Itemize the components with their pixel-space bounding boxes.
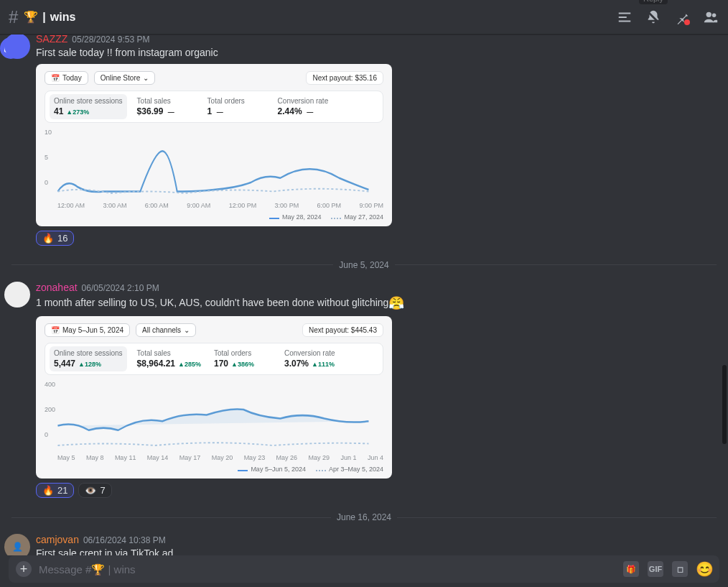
message: zonaheat06/05/2024 2:10 PM 1 month after… (0, 279, 728, 504)
reaction[interactable]: 👁️7 (78, 483, 111, 498)
message-list: SAZZZ05/28/2024 9:53 PM First sale today… (0, 34, 728, 555)
trophy-icon: 🏆 (24, 10, 38, 24)
attach-button[interactable]: + (16, 561, 32, 577)
avatar[interactable] (4, 282, 30, 308)
channel-pill: Online Store ⌄ (94, 71, 156, 85)
emoji-picker-icon[interactable]: 😊 (696, 561, 712, 577)
chart: 1050 (45, 129, 383, 200)
pin-notification-dot (684, 19, 690, 25)
payout-pill: Next payout: $445.43 (302, 323, 383, 337)
pins-icon[interactable] (673, 9, 691, 26)
attachment-image[interactable]: 📅 May 5–Jun 5, 2024 All channels ⌄ Next … (36, 316, 392, 479)
avatar[interactable] (4, 34, 30, 59)
date-pill: 📅 Today (45, 71, 88, 85)
attachment-image[interactable]: 📅 Today Online Store ⌄ Next payout: $35.… (36, 64, 392, 226)
gift-icon[interactable]: 🎁 (623, 561, 639, 577)
scrollbar[interactable] (722, 365, 727, 444)
channel-pill: All channels ⌄ (136, 323, 196, 337)
username[interactable]: SAZZZ (36, 34, 67, 45)
avatar[interactable]: 👤 (4, 534, 30, 555)
message: 👤 camjovan06/16/2024 10:38 PM First sale… (0, 531, 728, 555)
notifications-icon[interactable]: Reply (645, 9, 662, 26)
reaction[interactable]: 🔥21 (36, 483, 74, 498)
message-input[interactable] (39, 563, 616, 576)
gif-button[interactable]: GIF (648, 561, 663, 577)
message-content: 1 month after selling to US, UK, AUS, co… (36, 295, 717, 312)
sticker-icon[interactable]: ◻ (672, 561, 688, 577)
chart: 4002000 (45, 381, 383, 453)
channel-header: # 🏆 | wins Reply (0, 0, 728, 34)
payout-pill: Next payout: $35.16 (306, 71, 383, 85)
date-divider: June 5, 2024 (11, 260, 717, 270)
svg-point-1 (706, 11, 711, 17)
username[interactable]: zonaheat (36, 282, 78, 293)
emoji-angry: 😤 (388, 296, 404, 310)
message: SAZZZ05/28/2024 9:53 PM First sale today… (0, 34, 728, 251)
channel-title: 🏆 | wins (24, 10, 75, 24)
reply-tooltip: Reply (639, 0, 668, 4)
members-icon[interactable] (702, 9, 719, 26)
svg-point-2 (712, 13, 717, 17)
threads-icon[interactable] (616, 9, 633, 26)
reaction[interactable]: 🔥16 (36, 231, 74, 246)
username[interactable]: camjovan (36, 534, 79, 545)
timestamp: 06/16/2024 10:38 PM (83, 535, 166, 545)
date-divider: June 16, 2024 (11, 512, 717, 522)
date-pill: 📅 May 5–Jun 5, 2024 (45, 323, 130, 337)
hash-icon: # (9, 7, 18, 27)
message-content: First sale today !! from instagram organ… (36, 46, 717, 60)
timestamp: 06/05/2024 2:10 PM (82, 283, 159, 293)
message-content: First sale crept in via TikTok ad. (36, 547, 717, 555)
timestamp: 05/28/2024 9:53 PM (72, 34, 149, 45)
stats-row: Online store sessions41▲273% Total sales… (45, 91, 383, 123)
message-input-bar: + 🎁 GIF ◻ 😊 (9, 555, 719, 583)
stats-row: Online store sessions5,447▲128% Total sa… (45, 343, 383, 375)
